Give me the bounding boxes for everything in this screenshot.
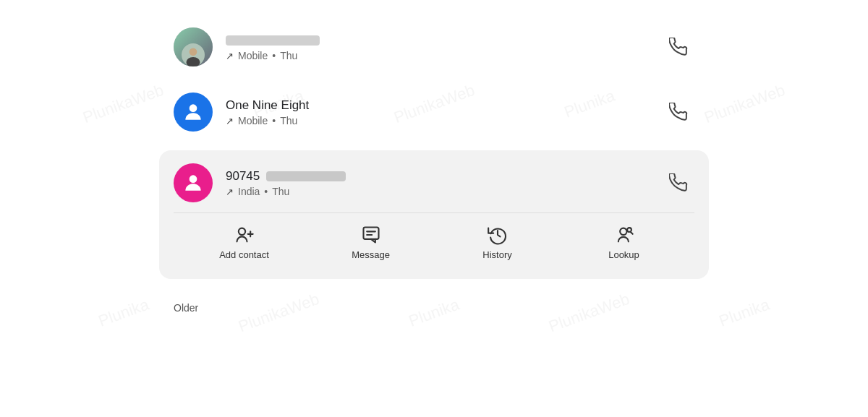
action-row: Add contact Message History	[174, 212, 694, 266]
add-contact-label: Add contact	[219, 249, 269, 260]
history-label: History	[482, 249, 511, 260]
call-info-2: One Nine Eight ↗ Mobile • Thu	[226, 98, 663, 126]
call-item-2[interactable]: One Nine Eight ↗ Mobile • Thu	[159, 79, 709, 145]
call-type-1: Mobile	[238, 50, 268, 61]
call-phone-btn-2[interactable]	[663, 96, 694, 128]
contact-name-3: 90745	[226, 168, 663, 184]
history-icon	[488, 225, 508, 245]
meta-sep-1: •	[272, 50, 276, 61]
history-button[interactable]: History	[469, 225, 527, 260]
svg-rect-8	[363, 228, 378, 239]
svg-point-5	[238, 228, 244, 235]
older-label: Older	[0, 293, 868, 322]
meta-sep-3: •	[264, 186, 268, 197]
call-direction-icon-3: ↗	[226, 186, 234, 197]
svg-point-4	[190, 175, 197, 183]
contact-number-3: 90745	[226, 169, 260, 183]
call-meta-1: ↗ Mobile • Thu	[226, 50, 663, 61]
message-icon	[361, 225, 381, 245]
call-day-3: Thu	[272, 186, 289, 197]
lookup-button[interactable]: Lookup	[595, 225, 653, 260]
meta-sep-2: •	[272, 115, 276, 126]
add-contact-button[interactable]: Add contact	[216, 225, 273, 260]
call-list: ↗ Mobile • Thu One Nine Eight ↗ Mobile	[0, 0, 868, 293]
avatar-2	[174, 93, 213, 132]
call-info-1: ↗ Mobile • Thu	[226, 33, 663, 61]
expanded-top: 90745 ↗ India • Thu	[174, 163, 694, 202]
call-direction-icon-1: ↗	[226, 51, 234, 61]
lookup-icon	[614, 225, 634, 245]
svg-point-11	[620, 228, 626, 235]
call-direction-icon-2: ↗	[226, 116, 234, 126]
message-label: Message	[352, 249, 390, 260]
call-item-3[interactable]: 90745 ↗ India • Thu	[159, 150, 709, 279]
call-meta-3: ↗ India • Thu	[226, 186, 663, 197]
avatar-3	[174, 163, 213, 202]
call-info-3: 90745 ↗ India • Thu	[226, 168, 663, 197]
svg-point-1	[190, 48, 197, 56]
lookup-label: Lookup	[608, 249, 639, 260]
avatar-1	[174, 27, 213, 66]
call-meta-2: ↗ Mobile • Thu	[226, 115, 663, 126]
call-day-2: Thu	[280, 115, 297, 126]
contact-name-2: One Nine Eight	[226, 98, 663, 113]
contact-name-1	[226, 33, 663, 48]
call-phone-btn-1[interactable]	[663, 31, 694, 63]
call-type-2: Mobile	[238, 115, 268, 126]
message-button[interactable]: Message	[342, 225, 400, 260]
call-item-1[interactable]: ↗ Mobile • Thu	[159, 14, 709, 79]
call-phone-btn-3[interactable]	[663, 167, 694, 199]
add-contact-icon	[234, 225, 255, 245]
svg-point-3	[190, 104, 197, 112]
call-day-1: Thu	[280, 50, 297, 61]
call-type-3: India	[238, 186, 260, 197]
